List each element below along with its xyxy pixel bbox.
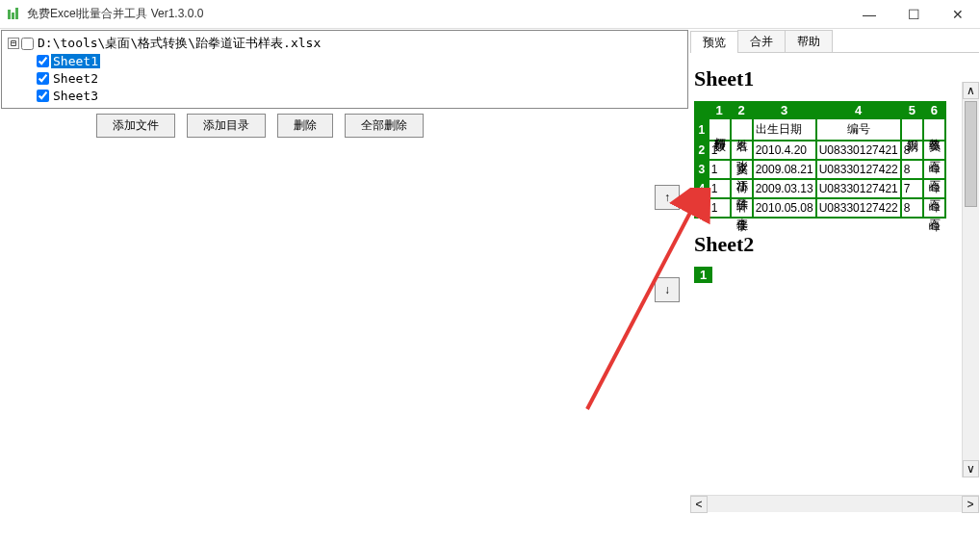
scroll-up-icon[interactable]: ∧ (963, 82, 979, 99)
sheet2-mini-table: 1 (694, 267, 712, 283)
col-header: 6 (923, 102, 945, 118)
right-panel: 预览 合并 帮助 Sheet1 1 2 3 4 5 6 1 打印份数 姓 (690, 30, 979, 512)
row-header: 4 (695, 179, 709, 198)
tree-sheet-row[interactable]: Sheet3 (37, 87, 682, 104)
horizontal-scrollbar[interactable]: < > (690, 495, 979, 512)
cell: 8 (901, 160, 923, 179)
cell: 石峰 (923, 141, 945, 160)
cell: 1 (709, 179, 731, 198)
col-header: 4 (816, 102, 901, 118)
sheet-label[interactable]: Sheet2 (51, 71, 100, 86)
app-icon (6, 7, 21, 22)
cell: 8 (901, 141, 923, 160)
cell: 2010.4.20 (753, 141, 816, 160)
cell: 石峰 (923, 160, 945, 179)
cell: 2009.08.21 (753, 160, 816, 179)
cell: 张家义 (731, 141, 753, 160)
cell: 2010.05.08 (753, 198, 816, 218)
cell: 2009.03.13 (753, 179, 816, 198)
cell: U08330127422 (816, 160, 901, 179)
table-row: 2 1 张家义 2010.4.20 U08330127421 8 石峰 (695, 141, 945, 160)
col-header: 5 (901, 102, 923, 118)
svg-rect-0 (8, 10, 11, 19)
row-header: 3 (695, 160, 709, 179)
col-header: 2 (731, 102, 753, 118)
cell: 打印份数 (709, 118, 731, 141)
svg-rect-1 (12, 13, 14, 19)
cell: 1 (694, 267, 712, 283)
cell: 江小荷 (731, 160, 753, 179)
svg-rect-2 (15, 8, 18, 19)
sheet2-heading: Sheet2 (694, 232, 975, 257)
row-header: 2 (695, 141, 709, 160)
scroll-right-icon[interactable]: > (962, 496, 979, 513)
tab-help[interactable]: 帮助 (785, 30, 833, 52)
preview-table: 1 2 3 4 5 6 1 打印份数 姓名 出生日期 编号 级别 教练员 (694, 101, 946, 219)
move-up-button[interactable]: ↑ (655, 185, 680, 210)
tree-sheet-row[interactable]: Sheet1 (37, 52, 682, 69)
row-header: 5 (695, 198, 709, 218)
minimize-button[interactable]: — (847, 0, 891, 29)
preview-pane[interactable]: Sheet1 1 2 3 4 5 6 1 打印份数 姓名 出生日期 编号 (690, 53, 979, 495)
table-row: 3 1 江小荷 2009.08.21 U08330127422 8 石峰 (695, 160, 945, 179)
maximize-button[interactable]: ☐ (891, 0, 936, 29)
cell: 出生日期 (753, 118, 816, 141)
cell: 李佳泰 (731, 198, 753, 218)
col-header: 3 (753, 102, 816, 118)
cell: 级别 (901, 118, 923, 141)
table-row: 5 1 李佳泰 2010.05.08 U08330127422 8 石峰 (695, 198, 945, 218)
cell: U08330127421 (816, 179, 901, 198)
add-file-button[interactable]: 添加文件 (96, 114, 175, 138)
col-header (695, 102, 709, 118)
scroll-thumb[interactable] (965, 101, 977, 207)
left-panel: ⊟ D:\tools\桌面\格式转换\跆拳道证书样表.xlsx Sheet1 S… (1, 30, 688, 109)
tabs: 预览 合并 帮助 (690, 30, 979, 53)
cell: 1 (709, 141, 731, 160)
collapse-icon[interactable]: ⊟ (8, 38, 19, 49)
cell: 编号 (816, 118, 901, 141)
tab-preview[interactable]: 预览 (690, 31, 738, 53)
cell: 1 (709, 160, 731, 179)
tree-sheet-row[interactable]: Sheet2 (37, 69, 682, 87)
tab-merge[interactable]: 合并 (737, 30, 786, 52)
cell: 石峰 (923, 198, 945, 218)
sheet-checkbox[interactable] (37, 55, 49, 67)
cell: 姓名 (731, 118, 753, 141)
scroll-down-icon[interactable]: ∨ (963, 460, 979, 477)
cell: 陈子轩 (731, 179, 753, 198)
vertical-scrollbar[interactable]: ∧ ∨ (962, 82, 979, 477)
window-title: 免费Excel批量合并工具 Ver1.3.0.0 (27, 6, 847, 22)
file-tree: ⊟ D:\tools\桌面\格式转换\跆拳道证书样表.xlsx Sheet1 S… (2, 31, 687, 108)
table-row: 4 1 陈子轩 2009.03.13 U08330127421 7 石峰 (695, 179, 945, 198)
delete-all-button[interactable]: 全部删除 (345, 114, 424, 138)
bottom-toolbar: 添加文件 添加目录 删除 全部删除 (0, 111, 688, 140)
titlebar: 免费Excel批量合并工具 Ver1.3.0.0 — ☐ ✕ (0, 0, 980, 29)
sheet-checkbox[interactable] (37, 90, 49, 102)
sheet1-heading: Sheet1 (694, 66, 975, 91)
col-header: 1 (709, 102, 731, 118)
cell: 8 (901, 198, 923, 218)
cell: 教练员 (923, 118, 945, 141)
cell: 7 (901, 179, 923, 198)
delete-button[interactable]: 删除 (277, 114, 333, 138)
root-checkbox[interactable] (21, 38, 34, 50)
cell: 1 (709, 198, 731, 218)
cell: U08330127422 (816, 198, 901, 218)
move-down-button[interactable]: ↓ (655, 277, 680, 302)
row-header: 1 (695, 118, 709, 141)
sheet-label[interactable]: Sheet3 (51, 89, 100, 103)
cell: 石峰 (923, 179, 945, 198)
sheet-label[interactable]: Sheet1 (51, 54, 100, 68)
close-button[interactable]: ✕ (936, 0, 980, 29)
add-dir-button[interactable]: 添加目录 (187, 114, 266, 138)
tree-root-row[interactable]: ⊟ D:\tools\桌面\格式转换\跆拳道证书样表.xlsx (8, 35, 682, 52)
scroll-left-icon[interactable]: < (690, 496, 708, 513)
cell: U08330127421 (816, 141, 901, 160)
root-label[interactable]: D:\tools\桌面\格式转换\跆拳道证书样表.xlsx (36, 35, 322, 52)
sheet-checkbox[interactable] (37, 72, 49, 85)
